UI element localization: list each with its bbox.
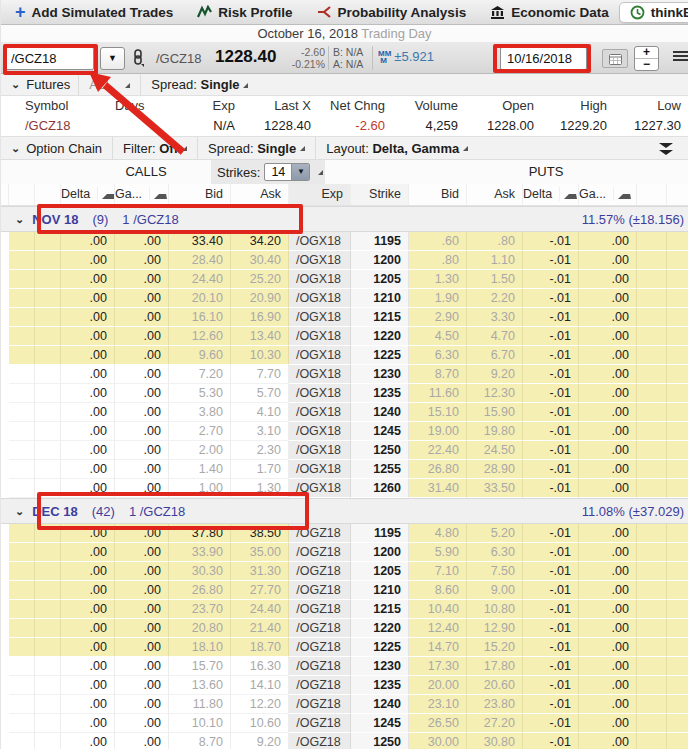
call-delta-cell[interactable]: .00 bbox=[61, 251, 115, 270]
exp-cell[interactable]: /OGZ18 bbox=[289, 638, 351, 657]
call-bid-cell[interactable]: 2.70 bbox=[169, 422, 231, 441]
call-delta-cell[interactable]: .00 bbox=[61, 308, 115, 327]
strike-cell[interactable]: 1255 bbox=[351, 460, 409, 479]
put-delta-cell[interactable]: -.01 bbox=[523, 460, 579, 479]
call-delta-cell[interactable]: .00 bbox=[61, 695, 115, 714]
call-delta-cell[interactable]: .00 bbox=[61, 638, 115, 657]
put-delta-cell[interactable]: -.01 bbox=[523, 270, 579, 289]
exp-cell[interactable]: /OGX18 bbox=[289, 460, 351, 479]
call-gamma-cell[interactable]: .00 bbox=[115, 308, 169, 327]
put-delta-cell[interactable]: -.01 bbox=[523, 581, 579, 600]
layout-dropdown[interactable]: Layout: Delta, Gamma bbox=[315, 137, 478, 159]
call-gamma-cell[interactable]: .00 bbox=[115, 365, 169, 384]
call-ask-cell[interactable]: 7.70 bbox=[231, 365, 289, 384]
put-ask-cell[interactable]: 2.20 bbox=[467, 289, 523, 308]
call-gamma-cell[interactable]: .00 bbox=[115, 543, 169, 562]
put-gamma-cell[interactable]: .00 bbox=[579, 524, 637, 543]
tab-add-simulated-trades[interactable]: + Add Simulated Trades bbox=[5, 0, 183, 25]
put-delta-cell[interactable]: -.01 bbox=[523, 657, 579, 676]
put-ask-cell[interactable]: 33.50 bbox=[467, 479, 523, 498]
call-gamma-cell[interactable]: .00 bbox=[115, 657, 169, 676]
call-gamma-cell[interactable]: .00 bbox=[115, 562, 169, 581]
call-ask-cell[interactable]: 1.30 bbox=[231, 479, 289, 498]
call-gamma-cell[interactable]: .00 bbox=[115, 289, 169, 308]
put-ask-cell[interactable]: 17.80 bbox=[467, 657, 523, 676]
strike-cell[interactable]: 1230 bbox=[351, 657, 409, 676]
put-bid-cell[interactable]: 2.90 bbox=[409, 308, 467, 327]
put-delta-cell[interactable]: -.01 bbox=[523, 251, 579, 270]
put-ask-cell[interactable]: 15.20 bbox=[467, 638, 523, 657]
put-ask-cell[interactable]: 24.50 bbox=[467, 441, 523, 460]
call-ask-cell[interactable]: 14.10 bbox=[231, 676, 289, 695]
call-gamma-cell[interactable]: .00 bbox=[115, 676, 169, 695]
put-ask-cell[interactable]: 9.00 bbox=[467, 581, 523, 600]
put-gamma-cell[interactable]: .00 bbox=[579, 384, 637, 403]
call-ask-cell[interactable]: 1.70 bbox=[231, 460, 289, 479]
call-delta-cell[interactable]: .00 bbox=[61, 479, 115, 498]
exp-cell[interactable]: /OGX18 bbox=[289, 327, 351, 346]
exp-cell[interactable]: /OGX18 bbox=[289, 384, 351, 403]
call-bid-cell[interactable]: 10.10 bbox=[169, 714, 231, 733]
strike-cell[interactable]: 1205 bbox=[351, 270, 409, 289]
put-ask-cell[interactable]: 6.30 bbox=[467, 543, 523, 562]
strike-cell[interactable]: 1200 bbox=[351, 251, 409, 270]
call-bid-cell[interactable]: 18.10 bbox=[169, 638, 231, 657]
call-gamma-cell[interactable]: .00 bbox=[115, 581, 169, 600]
thinkback-date-input[interactable] bbox=[500, 47, 587, 70]
call-delta-cell[interactable]: .00 bbox=[61, 562, 115, 581]
put-gamma-cell[interactable]: .00 bbox=[579, 289, 637, 308]
strike-cell[interactable]: 1200 bbox=[351, 543, 409, 562]
put-delta-cell[interactable]: -.01 bbox=[523, 232, 579, 251]
call-bid-cell[interactable]: 13.60 bbox=[169, 676, 231, 695]
call-gamma-cell[interactable]: .00 bbox=[115, 327, 169, 346]
put-bid-cell[interactable]: 31.40 bbox=[409, 479, 467, 498]
put-ask-cell[interactable]: 12.30 bbox=[467, 384, 523, 403]
exp-cell[interactable]: /OGZ18 bbox=[289, 695, 351, 714]
put-ask-cell[interactable]: 15.90 bbox=[467, 403, 523, 422]
strike-cell[interactable]: 1250 bbox=[351, 733, 409, 749]
exp-cell[interactable]: /OGX18 bbox=[289, 270, 351, 289]
put-bid-cell[interactable]: 17.30 bbox=[409, 657, 467, 676]
spread-dropdown[interactable]: Spread: Single bbox=[197, 137, 315, 159]
put-delta-cell[interactable]: -.01 bbox=[523, 327, 579, 346]
put-bid-cell[interactable]: 7.10 bbox=[409, 562, 467, 581]
call-bid-cell[interactable]: 30.30 bbox=[169, 562, 231, 581]
put-gamma-cell[interactable]: .00 bbox=[579, 308, 637, 327]
put-gamma-cell[interactable]: .00 bbox=[579, 581, 637, 600]
exp-cell[interactable]: /OGZ18 bbox=[289, 657, 351, 676]
call-delta-cell[interactable]: .00 bbox=[61, 619, 115, 638]
exp-cell[interactable]: /OGZ18 bbox=[289, 733, 351, 749]
call-bid-cell[interactable]: 33.40 bbox=[169, 232, 231, 251]
date-stepper[interactable]: + − bbox=[634, 46, 659, 71]
call-delta-cell[interactable]: .00 bbox=[61, 733, 115, 749]
put-ask-cell[interactable]: 5.20 bbox=[467, 524, 523, 543]
symbol-dropdown-button[interactable]: ▼ bbox=[100, 47, 125, 70]
put-gamma-cell[interactable]: .00 bbox=[579, 733, 637, 749]
call-delta-cell[interactable]: .00 bbox=[61, 657, 115, 676]
put-delta-cell[interactable]: -.01 bbox=[523, 422, 579, 441]
call-bid-cell[interactable]: 20.10 bbox=[169, 289, 231, 308]
col-put-delta[interactable]: Delta bbox=[523, 184, 579, 205]
call-ask-cell[interactable]: 24.40 bbox=[231, 600, 289, 619]
call-ask-cell[interactable]: 31.30 bbox=[231, 562, 289, 581]
call-ask-cell[interactable]: 38.50 bbox=[231, 524, 289, 543]
call-gamma-cell[interactable]: .00 bbox=[115, 524, 169, 543]
call-ask-cell[interactable]: 30.40 bbox=[231, 251, 289, 270]
call-ask-cell[interactable]: 2.30 bbox=[231, 441, 289, 460]
call-delta-cell[interactable]: .00 bbox=[61, 460, 115, 479]
col-put-ask[interactable]: Ask bbox=[467, 184, 523, 205]
call-ask-cell[interactable]: 5.70 bbox=[231, 384, 289, 403]
call-delta-cell[interactable]: .00 bbox=[61, 676, 115, 695]
strike-cell[interactable]: 1260 bbox=[351, 479, 409, 498]
call-gamma-cell[interactable]: .00 bbox=[115, 695, 169, 714]
put-bid-cell[interactable]: 11.60 bbox=[409, 384, 467, 403]
call-gamma-cell[interactable]: .00 bbox=[115, 384, 169, 403]
tab-economic-data[interactable]: Economic Data bbox=[480, 0, 619, 25]
call-ask-cell[interactable]: 13.40 bbox=[231, 327, 289, 346]
put-delta-cell[interactable]: -.01 bbox=[523, 695, 579, 714]
put-bid-cell[interactable]: 8.70 bbox=[409, 365, 467, 384]
call-delta-cell[interactable]: .00 bbox=[61, 714, 115, 733]
put-gamma-cell[interactable]: .00 bbox=[579, 638, 637, 657]
call-bid-cell[interactable]: 16.10 bbox=[169, 308, 231, 327]
put-delta-cell[interactable]: -.01 bbox=[523, 384, 579, 403]
